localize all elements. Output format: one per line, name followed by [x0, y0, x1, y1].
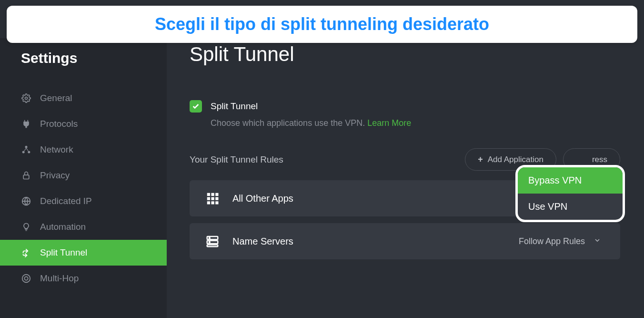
servers-icon: [204, 233, 221, 250]
sidebar-item-label: Privacy: [40, 170, 70, 181]
sidebar-item-label: Network: [40, 144, 73, 155]
rule-label: Name Servers: [232, 236, 507, 247]
vpn-mode-dropdown: Bypass VPN Use VPN: [515, 165, 625, 222]
sidebar-item-label: Protocols: [40, 119, 78, 129]
sidebar-item-dedicated-ip[interactable]: Dedicated IP: [0, 188, 167, 214]
plus-icon: +: [478, 154, 483, 164]
dropdown-item-use-vpn[interactable]: Use VPN: [518, 194, 623, 220]
grid-icon: [204, 190, 221, 207]
app-window: Settings General Protocols Network Priva…: [0, 0, 644, 318]
sidebar-item-label: Automation: [40, 222, 86, 232]
selector-value: Follow App Rules: [519, 236, 585, 246]
svg-rect-8: [211, 193, 214, 196]
sidebar-item-protocols[interactable]: Protocols: [0, 111, 167, 137]
sidebar-item-label: Split Tunnel: [40, 247, 87, 258]
add-ip-label-suffix: ress: [592, 155, 607, 164]
svg-rect-4: [23, 175, 29, 179]
rule-row-name-servers: Name Servers Follow App Rules: [190, 223, 620, 259]
svg-rect-14: [211, 201, 214, 204]
svg-rect-15: [215, 201, 218, 204]
sidebar-item-network[interactable]: Network: [0, 137, 167, 163]
svg-point-3: [25, 146, 28, 148]
plug-icon: [21, 119, 31, 129]
annotation-banner: Scegli il tipo di split tunneling deside…: [7, 6, 637, 43]
sidebar-item-automation[interactable]: Automation: [0, 214, 167, 240]
sidebar-item-general[interactable]: General: [0, 85, 167, 111]
svg-point-6: [22, 275, 30, 283]
split-tunnel-toggle-label: Split Tunnel: [211, 101, 258, 112]
svg-point-2: [28, 151, 30, 154]
add-app-label: Add Application: [488, 155, 543, 164]
rule-row-all-other-apps: All Other Apps Bypass VPN Use VPN: [190, 180, 620, 216]
sidebar: Settings General Protocols Network Priva…: [0, 38, 167, 318]
sidebar-item-privacy[interactable]: Privacy: [0, 163, 167, 188]
svg-point-20: [209, 242, 210, 243]
split-tunnel-checkbox[interactable]: [190, 100, 202, 113]
description-text: Choose which applications use the VPN.: [211, 118, 365, 128]
split-icon: [21, 247, 31, 258]
lock-icon: [21, 170, 31, 181]
main-content: Split Tunnel Split Tunnel Choose which a…: [167, 38, 644, 318]
multihop-icon: [21, 273, 31, 284]
svg-point-19: [209, 237, 210, 238]
svg-rect-11: [211, 197, 214, 200]
chevron-down-icon: [594, 236, 601, 246]
name-servers-selector[interactable]: Follow App Rules: [519, 236, 606, 246]
split-tunnel-toggle-row: Split Tunnel: [190, 100, 620, 113]
annotation-text: Scegli il tipo di split tunneling deside…: [155, 14, 489, 34]
svg-point-0: [25, 97, 28, 100]
bulb-icon: [21, 222, 31, 232]
svg-rect-12: [215, 197, 218, 200]
svg-rect-13: [207, 201, 210, 204]
sidebar-item-label: General: [40, 93, 72, 103]
svg-rect-18: [207, 245, 218, 247]
gear-icon: [21, 93, 31, 103]
globe-ip-icon: [21, 196, 31, 206]
learn-more-link[interactable]: Learn More: [367, 118, 411, 128]
sidebar-item-multihop[interactable]: Multi-Hop: [0, 266, 167, 291]
sidebar-item-split-tunnel[interactable]: Split Tunnel: [0, 240, 167, 266]
svg-point-1: [22, 151, 25, 154]
sidebar-item-label: Multi-Hop: [40, 273, 79, 284]
svg-rect-7: [207, 193, 210, 196]
svg-rect-9: [215, 193, 218, 196]
network-icon: [21, 144, 31, 155]
svg-rect-10: [207, 197, 210, 200]
rules-title: Your Split Tunnel Rules: [190, 154, 283, 165]
sidebar-title: Settings: [0, 50, 167, 85]
split-tunnel-description: Choose which applications use the VPN. L…: [211, 118, 620, 128]
page-title: Split Tunnel: [190, 43, 620, 66]
dropdown-item-bypass-vpn[interactable]: Bypass VPN: [518, 167, 623, 194]
sidebar-item-label: Dedicated IP: [40, 196, 92, 206]
